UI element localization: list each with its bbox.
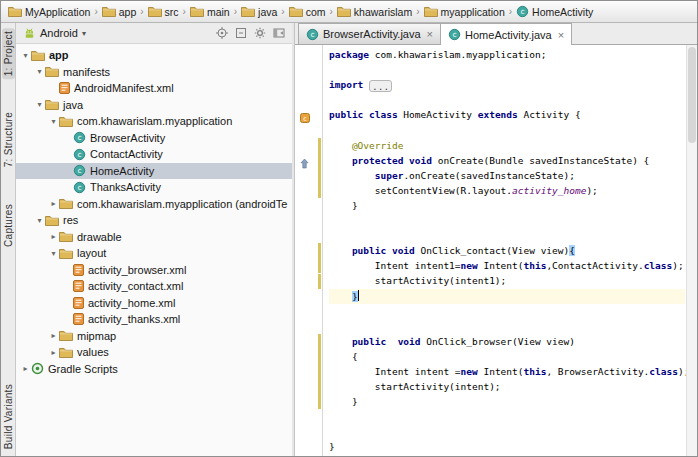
- target-icon[interactable]: [216, 27, 228, 39]
- code-token: [329, 140, 352, 151]
- tree-label: mipmap: [77, 330, 116, 342]
- collapse-icon[interactable]: [235, 27, 247, 39]
- code-line: public void OnClick_browser(View view): [329, 334, 685, 349]
- breadcrumb-item-khawarislam[interactable]: khawarislam: [335, 5, 414, 19]
- tree-item-activity-home-xml[interactable]: activity_home.xml: [16, 295, 292, 312]
- folder-icon: [102, 6, 116, 17]
- breadcrumb-item-myapplication[interactable]: myapplication: [422, 5, 507, 19]
- close-tab-icon[interactable]: ×: [427, 28, 433, 40]
- breadcrumb-item-java[interactable]: java: [239, 5, 279, 19]
- code-token: OnClick_browser(View view): [421, 336, 575, 347]
- tree-item-values[interactable]: ▸values: [16, 344, 292, 361]
- tab-label: BrowserActivity.java: [323, 28, 421, 40]
- code-token: .onCreate(savedInstanceState);: [403, 170, 575, 181]
- tree-expanded-icon[interactable]: ▾: [20, 51, 31, 60]
- folder-icon: [148, 6, 162, 17]
- code-token: @Override: [352, 140, 403, 151]
- tree-item-java[interactable]: ▾java: [16, 97, 292, 114]
- folder-icon: [190, 6, 204, 17]
- tree-item-manifests[interactable]: ▾manifests: [16, 64, 292, 81]
- tree-expanded-icon[interactable]: ▾: [48, 117, 59, 126]
- tree-item-com-khawarislam-myapplication-androidte[interactable]: ▸com.khawarislam.myapplication (androidT…: [16, 196, 292, 213]
- tree-expanded-icon[interactable]: ▾: [34, 216, 45, 225]
- svg-text:c: c: [77, 166, 82, 175]
- project-view-selector[interactable]: Android ▾: [20, 26, 89, 40]
- folder-icon: [31, 50, 45, 61]
- code-line: public void OnClick_contact(View view){: [329, 243, 685, 258]
- tree-item-app[interactable]: ▾app: [16, 47, 292, 64]
- tree-label: com.khawarislam.myapplication (androidTe: [77, 198, 287, 210]
- tab-browseractivity-java[interactable]: cBrowserActivity.java×: [298, 23, 441, 44]
- tree-item-gradle-scripts[interactable]: ▸Gradle Scripts: [16, 361, 292, 378]
- code-token: [329, 155, 352, 166]
- code-line: Intent intent =new Intent(this, BrowserA…: [329, 364, 685, 379]
- class-icon: c: [73, 164, 86, 177]
- code-line: startActivity(intent);: [329, 379, 685, 394]
- code-token: }: [329, 200, 358, 211]
- xml-icon: [73, 297, 84, 309]
- code-token: new: [461, 260, 478, 271]
- tree-item-layout[interactable]: ▾layout: [16, 245, 292, 262]
- code-area[interactable]: c package com.khawarislam.myapplication;…: [295, 45, 697, 456]
- tool-tab-7-structure[interactable]: 7: Structure: [2, 109, 15, 170]
- override-gutter-icon[interactable]: [300, 155, 309, 173]
- code-content[interactable]: package com.khawarislam.myapplication;im…: [323, 45, 697, 456]
- tree-expanded-icon[interactable]: ▾: [34, 100, 45, 109]
- classmark-gutter-icon[interactable]: c: [300, 109, 310, 127]
- tool-tab-captures[interactable]: Captures: [2, 201, 15, 250]
- code-token: onCreate(Bundle savedInstanceState) {: [432, 155, 649, 166]
- tree-item-activity-browser-xml[interactable]: activity_browser.xml: [16, 262, 292, 279]
- breadcrumb-item-myapplication[interactable]: MyApplication: [6, 5, 92, 19]
- tree-item-thanksactivity[interactable]: cThanksActivity: [16, 179, 292, 196]
- project-tree: ▾app▾manifestsAndroidManifest.xml▾java▾c…: [16, 44, 292, 456]
- tree-collapsed-icon[interactable]: ▸: [48, 232, 59, 241]
- breadcrumb-item-com[interactable]: com: [287, 5, 328, 19]
- tree-item-activity-contact-xml[interactable]: activity_contact.xml: [16, 278, 292, 295]
- code-line: [329, 122, 685, 137]
- breadcrumb-label: MyApplication: [25, 6, 90, 18]
- tree-item-activity-thanks-xml[interactable]: activity_thanks.xml: [16, 311, 292, 328]
- breadcrumb-item-app[interactable]: app: [100, 5, 139, 19]
- tree-item-contactactivity[interactable]: cContactActivity: [16, 146, 292, 163]
- code-token: ,ContactActivity.: [546, 260, 643, 271]
- editor-scrollbar[interactable]: [686, 45, 697, 456]
- changed-lines-marker: [318, 349, 321, 364]
- tree-item-androidmanifest-xml[interactable]: AndroidManifest.xml: [16, 80, 292, 97]
- breadcrumb-chevron-icon: ›: [281, 6, 284, 17]
- class-icon: c: [516, 5, 529, 18]
- tree-collapsed-icon[interactable]: ▸: [48, 348, 59, 357]
- tree-collapsed-icon[interactable]: ▸: [20, 364, 31, 373]
- tree-label: layout: [77, 247, 106, 259]
- scrollbar-thumb[interactable]: [688, 47, 696, 143]
- breadcrumb-item-src[interactable]: src: [146, 5, 181, 19]
- svg-text:c: c: [452, 30, 457, 39]
- hide-icon[interactable]: [273, 27, 285, 39]
- tab-homeactivity-java[interactable]: cHomeActivity.java×: [440, 23, 572, 45]
- tree-expanded-icon[interactable]: ▾: [34, 67, 45, 76]
- tool-tab-1-project[interactable]: 1: Project: [2, 28, 15, 79]
- tool-tab-build-variants[interactable]: Build Variants: [2, 381, 15, 452]
- tree-collapsed-icon[interactable]: ▸: [48, 331, 59, 340]
- tree-item-drawable[interactable]: ▸drawable: [16, 229, 292, 246]
- tree-item-com-khawarislam-myapplication[interactable]: ▾com.khawarislam.myapplication: [16, 113, 292, 130]
- breadcrumb-chevron-icon: ›: [330, 6, 333, 17]
- tree-item-res[interactable]: ▾res: [16, 212, 292, 229]
- changed-lines-marker: [318, 379, 321, 394]
- close-tab-icon[interactable]: ×: [558, 29, 564, 41]
- folder-icon: [59, 330, 73, 341]
- tree-collapsed-icon[interactable]: ▸: [48, 199, 59, 208]
- gradle-icon: [31, 362, 44, 375]
- gear-icon[interactable]: [254, 27, 266, 39]
- tree-item-homeactivity[interactable]: cHomeActivity: [16, 163, 292, 180]
- class-icon: c: [448, 28, 461, 41]
- tree-label: HomeActivity: [90, 165, 154, 177]
- tree-expanded-icon[interactable]: ▾: [48, 249, 59, 258]
- changed-lines-marker: [318, 153, 321, 168]
- breadcrumb-item-homeactivity[interactable]: cHomeActivity: [514, 4, 595, 19]
- tree-item-browseractivity[interactable]: cBrowserActivity: [16, 130, 292, 147]
- breadcrumb-item-main[interactable]: main: [188, 5, 232, 19]
- code-token: this: [524, 366, 547, 377]
- tree-label: activity_thanks.xml: [88, 313, 180, 325]
- tree-item-mipmap[interactable]: ▸mipmap: [16, 328, 292, 345]
- code-line: setContentView(R.layout.activity_home);: [329, 183, 685, 198]
